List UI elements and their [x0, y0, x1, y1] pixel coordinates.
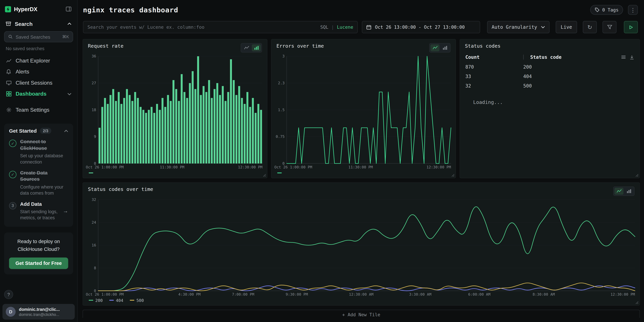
resize-handle[interactable] [636, 174, 638, 177]
request-rate-chart[interactable]: 09182736Oct 26 1:00:00 PM11:30:00 PM12:3… [85, 54, 265, 170]
sidebar-item-team-settings[interactable]: Team Settings [0, 104, 77, 116]
tags-button[interactable]: 0 Tags [590, 5, 623, 15]
svg-text:36: 36 [92, 54, 96, 58]
resize-handle[interactable] [636, 301, 638, 304]
table-options-icon[interactable] [621, 55, 626, 60]
chevron-up-icon[interactable] [64, 130, 68, 132]
svg-text:24: 24 [92, 220, 96, 224]
help-button[interactable]: ? [4, 290, 13, 299]
table-row[interactable]: 33 404 [465, 72, 634, 81]
granularity-value: Auto Granularity [492, 24, 537, 30]
get-started-step-connect[interactable]: ✓ Connect to ClickHouse Set up your data… [9, 139, 68, 165]
no-saved-searches-text: No saved searches [0, 43, 77, 55]
legend-item[interactable]: 200 [89, 298, 103, 302]
hyperdx-logo-icon [5, 6, 11, 12]
tile-errors-over-time: Errors over time 00.751.52.33Oct 26 1:00… [271, 39, 456, 178]
get-started-step-add-data[interactable]: 3 Add Data Start sending logs, metrics, … [9, 201, 68, 221]
tags-label: 0 Tags [602, 7, 619, 13]
check-circle-icon: ✓ [9, 140, 16, 147]
live-button[interactable]: Live [556, 21, 577, 33]
sidebar-item-client-sessions[interactable]: Client Sessions [0, 77, 77, 88]
column-header-count[interactable]: Count [465, 54, 523, 60]
chart-type-toggle [429, 43, 450, 52]
logo-row: HyperDX [0, 0, 77, 18]
line-chart-toggle-icon[interactable] [614, 188, 624, 194]
page-title: nginx traces dashboard [83, 6, 178, 14]
table-row[interactable]: 32 500 [465, 81, 634, 90]
line-chart-toggle-icon[interactable] [430, 44, 440, 51]
run-query-button[interactable] [624, 21, 638, 33]
svg-text:8:30:00 AM: 8:30:00 AM [532, 292, 555, 296]
chevron-up-icon [68, 23, 72, 25]
cell-count: 33 [465, 73, 523, 79]
toolbar: Search your events w/ Lucene ex. column:… [83, 21, 638, 33]
sidebar-item-label: Team Settings [16, 107, 49, 113]
column-divider [523, 54, 524, 60]
step-title: Create Data Sources [20, 170, 68, 183]
dashboards-grid-icon [6, 91, 12, 97]
line-chart-toggle-icon[interactable] [242, 44, 251, 51]
legend-item[interactable]: 404 [109, 298, 123, 302]
app-root: HyperDX Search Saved Searches ⌘K No save… [0, 0, 644, 322]
tile-title: Status codes [465, 43, 500, 49]
sidebar-item-dashboards[interactable]: Dashboards [0, 88, 77, 100]
download-icon[interactable] [630, 55, 634, 60]
sidebar-section-search[interactable]: Search [0, 18, 77, 30]
svg-text:12:30:00 AM: 12:30:00 AM [349, 292, 374, 296]
sql-toggle[interactable]: SQL [320, 24, 328, 30]
add-new-tile-button[interactable]: + Add New Tile [82, 310, 640, 318]
sidebar-item-alerts[interactable]: Alerts [0, 66, 77, 77]
funnel-icon [607, 25, 612, 30]
cell-status-code: 200 [523, 64, 532, 70]
get-started-step-sources[interactable]: ✓ Create Data Sources Configure where yo… [9, 170, 68, 196]
date-range-picker[interactable]: Oct 26 13:00:00 - Oct 27 13:00:00 [362, 21, 480, 33]
bar-chart-toggle-icon[interactable] [624, 188, 633, 194]
user-menu[interactable]: D dominic.tran@clic... dominic.tran@clic… [2, 304, 75, 320]
event-search-input[interactable]: Search your events w/ Lucene ex. column:… [83, 21, 358, 33]
loading-text: Loading... [473, 99, 640, 105]
get-started-progress-badge: 2/3 [40, 128, 51, 134]
filter-button[interactable] [602, 21, 616, 33]
table-row[interactable]: 870 200 [465, 62, 634, 72]
svg-text:32: 32 [92, 198, 96, 202]
tile-title: Request rate [88, 43, 124, 49]
brand-name: HyperDX [14, 6, 62, 12]
search-section-icon [6, 21, 11, 26]
tiles-area: Request rate 09182736Oct 26 1:00:00 PM11… [82, 39, 640, 322]
search-placeholder: Search your events w/ Lucene ex. column:… [88, 24, 320, 30]
tile-status-codes: Status codes Count Status code [460, 39, 640, 178]
legend-item[interactable]: 500 [130, 298, 144, 302]
bar-chart-toggle-icon[interactable] [440, 44, 449, 51]
column-header-status-code[interactable]: Status code [530, 54, 562, 60]
refresh-button[interactable]: ↻ [583, 21, 597, 33]
svg-text:1.5: 1.5 [278, 108, 285, 112]
resize-handle[interactable] [263, 174, 266, 177]
svg-text:Oct 26 1:00:00 PM: Oct 26 1:00:00 PM [86, 165, 124, 169]
arrow-right-icon: → [63, 208, 68, 214]
dashboard-menu-button[interactable]: ⋮ [628, 5, 638, 15]
sidebar-collapse-icon[interactable] [65, 6, 72, 12]
svg-text:8: 8 [94, 266, 96, 270]
legend-label: 404 [116, 298, 123, 302]
chart-type-toggle [613, 186, 634, 196]
step-number-badge: 3 [9, 202, 16, 210]
sidebar-item-label: Alerts [16, 68, 29, 75]
legend-swatch [109, 300, 114, 301]
sidebar-item-chart-explorer[interactable]: Chart Explorer [0, 55, 77, 66]
errors-over-time-chart[interactable]: 00.751.52.33Oct 26 1:00:00 PM11:30:00 PM… [274, 54, 454, 170]
search-section-label: Search [15, 21, 32, 27]
get-started-free-button[interactable]: Get Started for Free [9, 258, 68, 269]
status-codes-over-time-chart[interactable]: 08162432Oct 26 1:00:00 PM4:30:00 PM7:00:… [85, 197, 638, 297]
sidebar: HyperDX Search Saved Searches ⌘K No save… [0, 0, 78, 322]
tile-title: Status codes over time [88, 186, 153, 192]
lucene-toggle[interactable]: Lucene [337, 24, 353, 30]
resize-handle[interactable] [452, 174, 454, 177]
user-avatar: D [6, 307, 16, 316]
step-title: Add Data [20, 201, 59, 208]
bar-chart-toggle-icon[interactable] [252, 44, 261, 51]
granularity-select[interactable]: Auto Granularity [487, 21, 550, 33]
saved-searches-input[interactable]: Saved Searches ⌘K [4, 31, 73, 42]
tile-title: Errors over time [276, 43, 324, 49]
divider: | [331, 24, 334, 30]
legend-swatch [130, 300, 134, 301]
